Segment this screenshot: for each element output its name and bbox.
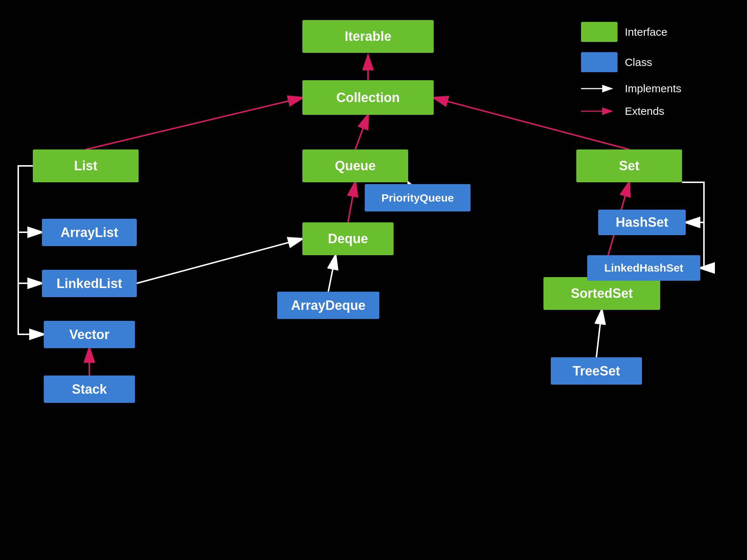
node-iterable: Iterable	[302, 20, 434, 53]
node-linkedhashset: LinkedHashSet	[587, 255, 700, 281]
legend-interface: Interface	[581, 22, 681, 42]
node-sortedset: SortedSet	[543, 277, 660, 310]
legend-class-box	[581, 52, 618, 72]
svg-line-11	[137, 239, 302, 283]
node-arraydeque: ArrayDeque	[277, 292, 379, 319]
legend-extends-arrow	[581, 106, 618, 117]
legend-interface-label: Interface	[625, 26, 667, 38]
node-set: Set	[576, 149, 682, 182]
node-treeset: TreeSet	[551, 357, 642, 385]
legend-implements-label: Implements	[625, 82, 681, 95]
legend-implements-arrow	[581, 83, 618, 94]
node-hashset: HashSet	[598, 210, 686, 235]
node-stack: Stack	[44, 376, 135, 403]
legend-implements: Implements	[581, 82, 681, 95]
node-list: List	[33, 149, 139, 182]
svg-line-5	[86, 98, 302, 149]
node-collection: Collection	[302, 80, 434, 115]
node-priorityqueue: PriorityQueue	[365, 184, 471, 211]
svg-line-6	[355, 115, 368, 149]
node-queue: Queue	[302, 149, 408, 182]
legend-class-label: Class	[625, 56, 652, 69]
node-arraylist: ArrayList	[42, 219, 137, 246]
svg-line-13	[328, 255, 336, 292]
legend-interface-box	[581, 22, 618, 42]
legend: Interface Class Implements	[581, 22, 681, 117]
svg-line-8	[348, 182, 355, 222]
svg-line-14	[596, 310, 602, 357]
legend-extends-label: Extends	[625, 105, 664, 117]
legend-extends: Extends	[581, 105, 681, 117]
node-linkedlist: LinkedList	[42, 270, 137, 297]
node-deque: Deque	[302, 222, 394, 255]
node-vector: Vector	[44, 321, 135, 348]
legend-class: Class	[581, 52, 681, 72]
